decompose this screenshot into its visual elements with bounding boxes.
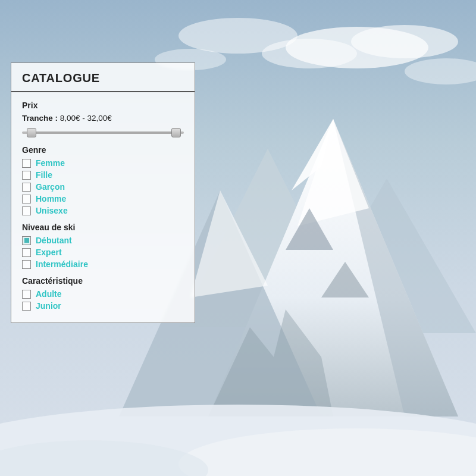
checkbox-adulte[interactable] — [22, 290, 31, 299]
checkbox-intermediaire[interactable] — [22, 260, 31, 269]
label-adulte: Adulte — [36, 289, 62, 299]
label-garcon: Garçon — [36, 182, 65, 192]
panel-title: CATALOGUE — [22, 71, 100, 84]
checkbox-homme[interactable] — [22, 195, 31, 203]
checkbox-femme[interactable] — [22, 159, 31, 168]
caract-section-label: Caractéristique — [22, 276, 184, 286]
genre-unisexe[interactable]: Unisexe — [22, 206, 184, 215]
niveau-intermediaire[interactable]: Intermédiaire — [22, 259, 184, 269]
panel-header: CATALOGUE — [11, 63, 195, 92]
price-range-label: Tranche : 8,00€ - 32,00€ — [22, 114, 184, 123]
checkbox-expert[interactable] — [22, 248, 31, 257]
filter-panel: CATALOGUE Prix Tranche : 8,00€ - 32,00€ … — [11, 62, 195, 323]
caract-adulte[interactable]: Adulte — [22, 289, 184, 299]
label-fille: Fille — [36, 170, 52, 180]
svg-point-2 — [351, 25, 458, 58]
label-unisexe: Unisexe — [36, 206, 68, 215]
price-slider[interactable] — [22, 127, 184, 138]
genre-femme[interactable]: Femme — [22, 158, 184, 168]
genre-checkbox-group: Femme Fille Garçon Homme Unisexe — [22, 158, 184, 215]
slider-fill — [30, 131, 173, 134]
price-section-label: Prix — [22, 101, 184, 110]
niveau-debutant[interactable]: Débutant — [22, 236, 184, 245]
caract-junior[interactable]: Junior — [22, 301, 184, 311]
label-intermediaire: Intermédiaire — [36, 259, 88, 269]
label-femme: Femme — [36, 158, 65, 168]
genre-section: Genre Femme Fille Garçon Homme Unisexe — [11, 145, 195, 215]
caract-checkbox-group: Adulte Junior — [22, 289, 184, 311]
checkbox-junior[interactable] — [22, 302, 31, 311]
slider-thumb-right[interactable] — [171, 128, 181, 137]
label-junior: Junior — [36, 301, 61, 311]
niveau-checkbox-group: Débutant Expert Intermédiaire — [22, 236, 184, 269]
niveau-expert[interactable]: Expert — [22, 248, 184, 257]
genre-section-label: Genre — [22, 145, 184, 155]
caracteristique-section: Caractéristique Adulte Junior — [11, 276, 195, 311]
label-expert: Expert — [36, 248, 62, 257]
checkbox-garcon[interactable] — [22, 183, 31, 192]
slider-thumb-left[interactable] — [27, 128, 36, 137]
genre-homme[interactable]: Homme — [22, 194, 184, 203]
price-section: Prix Tranche : 8,00€ - 32,00€ — [11, 101, 195, 138]
genre-fille[interactable]: Fille — [22, 170, 184, 180]
checkbox-debutant[interactable] — [22, 236, 31, 245]
slider-track — [22, 131, 184, 134]
niveau-section-label: Niveau de ski — [22, 223, 184, 232]
label-homme: Homme — [36, 194, 66, 203]
checkbox-unisexe[interactable] — [22, 206, 31, 215]
svg-point-4 — [178, 18, 298, 54]
niveau-section: Niveau de ski Débutant Expert Intermédia… — [11, 223, 195, 269]
genre-garcon[interactable]: Garçon — [22, 182, 184, 192]
checkbox-fille[interactable] — [22, 171, 31, 180]
label-debutant: Débutant — [36, 236, 72, 245]
